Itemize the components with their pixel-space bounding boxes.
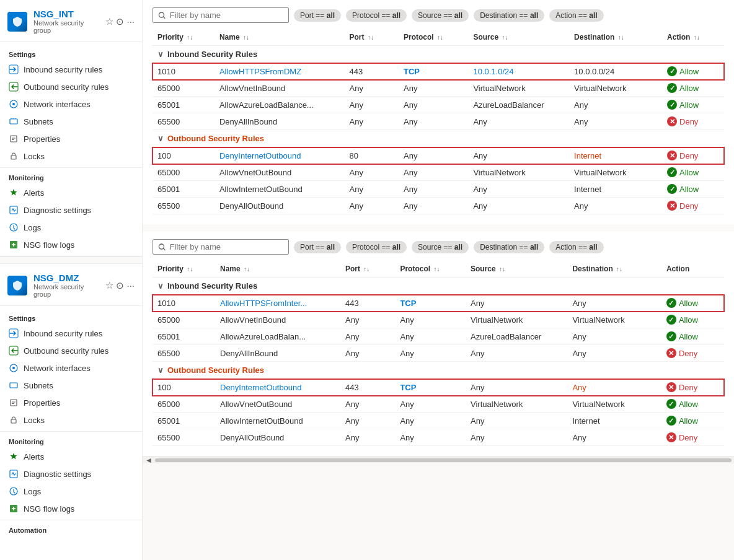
rule-name-cell[interactable]: AllowVnetOutBound <box>214 164 345 181</box>
nsg2-more-icon[interactable]: ··· <box>126 280 135 291</box>
nsg1-more-icon[interactable]: ··· <box>126 16 135 27</box>
rule-name-cell[interactable]: DenyInternetOutbound <box>215 379 340 396</box>
nsg1-nav-outbound[interactable]: Outbound security rules <box>0 78 142 95</box>
table-row[interactable]: 65500 DenyAllInBound Any Any Any Any ✕De… <box>153 345 724 362</box>
nsg1-chip-protocol[interactable]: Protocol == all <box>346 9 407 22</box>
nsg2-star-icon[interactable]: ☆ <box>105 280 113 291</box>
nsg2-th-destination: Destination ↑↓ <box>567 261 661 278</box>
nsg2-nav-nsgflow[interactable]: NSG flow logs <box>0 500 142 517</box>
nsg2-filter-input-field[interactable] <box>170 242 283 252</box>
nsg2-settings-section: Settings Inbound security rules Outbound… <box>0 308 142 432</box>
subnets-icon <box>9 116 19 126</box>
rule-action: ✕Deny <box>661 379 724 396</box>
nsg1-nav-inbound[interactable]: Inbound security rules <box>0 61 142 78</box>
table-row[interactable]: 65001 AllowInternetOutBound Any Any Any … <box>153 181 724 198</box>
nsg1-chip-destination[interactable]: Destination == all <box>474 9 544 22</box>
rule-name-link[interactable]: AllowHTTPSFromInter... <box>220 299 307 308</box>
nsg2-chip-action[interactable]: Action == all <box>549 241 603 253</box>
nsg2-chip-source[interactable]: Source == all <box>412 241 469 253</box>
nsg2-nav-inbound[interactable]: Inbound security rules <box>0 325 142 342</box>
rule-name-cell[interactable]: AllowHTTPSFromInter... <box>215 295 340 312</box>
nsg2-nav-interfaces[interactable]: Network interfaces <box>0 359 142 377</box>
nsg2-nav-alerts[interactable]: Alerts <box>0 448 142 465</box>
rule-name-cell[interactable]: AllowHTTPSFromDMZ <box>214 63 345 80</box>
table-row[interactable]: 1010 AllowHTTPSFromInter... 443 TCP Any … <box>153 295 724 312</box>
nsg2-icon <box>7 276 27 295</box>
table-row[interactable]: 1010 AllowHTTPSFromDMZ 443 TCP 10.0.1.0/… <box>153 63 724 80</box>
nsg1-nav-nsgflow[interactable]: NSG flow logs <box>0 236 142 253</box>
table-row[interactable]: 100 DenyInternetOutbound 443 TCP Any Any… <box>153 379 724 396</box>
rule-name-cell[interactable]: DenyInternetOutbound <box>214 147 345 164</box>
nsg1-chip-port[interactable]: Port == all <box>294 9 341 22</box>
inbound-section-header[interactable]: ∨Inbound Security Rules <box>153 278 724 295</box>
rule-name-cell[interactable]: AllowInternetOutBound <box>214 181 345 198</box>
rule-name-cell[interactable]: AllowInternetOutBound <box>215 413 340 429</box>
rule-destination: Any <box>569 113 662 130</box>
horizontal-scrollbar[interactable]: ◄ <box>143 456 734 463</box>
rule-name-cell[interactable]: DenyAllInBound <box>215 345 340 362</box>
nsg2-monitoring-section: Monitoring Alerts Diagnostic settings Lo… <box>0 432 142 520</box>
rule-name-cell[interactable]: DenyAllOutBound <box>214 198 345 214</box>
nsg2-nav-subnets[interactable]: Subnets <box>0 377 142 394</box>
table-row[interactable]: 65001 AllowAzureLoadBalance... Any Any A… <box>153 97 724 113</box>
rule-source: Any <box>466 413 567 429</box>
table-row[interactable]: 65000 AllowVnetInBound Any Any VirtualNe… <box>153 312 724 328</box>
rule-name-link[interactable]: DenyInternetOutbound <box>220 383 302 392</box>
nsg1-nav-interfaces[interactable]: Network interfaces <box>0 95 142 113</box>
nsg1-pin-icon[interactable]: ⊙ <box>116 16 124 27</box>
nsg2-th-source: Source ↑↓ <box>466 261 567 278</box>
rule-port: Any <box>345 181 399 198</box>
nsg1-nav-alerts[interactable]: Alerts <box>0 184 142 201</box>
nsg1-nav-logs[interactable]: Logs <box>0 219 142 236</box>
nsg2-chip-protocol[interactable]: Protocol == all <box>346 241 407 253</box>
rule-name-cell[interactable]: AllowVnetOutBound <box>215 396 340 413</box>
nsg1-chip-source[interactable]: Source == all <box>412 9 469 22</box>
table-row[interactable]: 100 DenyInternetOutbound 80 Any Any Inte… <box>153 147 724 164</box>
scrollbar-track[interactable] <box>155 458 732 462</box>
rule-name-cell[interactable]: AllowVnetInBound <box>214 80 345 97</box>
nsg1-filter-input[interactable] <box>153 7 289 23</box>
rule-source: VirtualNetwork <box>466 312 567 328</box>
table-row[interactable]: 65001 AllowAzureLoadBalan... Any Any Azu… <box>153 328 724 345</box>
rule-name-cell[interactable]: AllowAzureLoadBalance... <box>214 97 345 113</box>
nsg2-nav-outbound[interactable]: Outbound security rules <box>0 342 142 359</box>
nsg1-chip-action[interactable]: Action == all <box>549 9 603 22</box>
table-row[interactable]: 65500 DenyAllInBound Any Any Any Any ✕De… <box>153 113 724 130</box>
nsg1-nav-locks[interactable]: Locks <box>0 147 142 165</box>
nsg2-nav-properties[interactable]: Properties <box>0 394 142 411</box>
nsg2-nav-subnets-label: Subnets <box>24 381 53 390</box>
nsg1-star-icon[interactable]: ☆ <box>105 16 113 27</box>
nsg1-panel: Port == all Protocol == all Source == al… <box>143 0 734 224</box>
rule-name-cell[interactable]: AllowVnetInBound <box>215 312 340 328</box>
nsg1-filter-input-field[interactable] <box>170 11 283 20</box>
inbound-section-header[interactable]: ∨Inbound Security Rules <box>153 46 724 63</box>
nsg1-name[interactable]: NSG_INT <box>33 9 99 19</box>
outbound-section-header[interactable]: ∨Outbound Security Rules <box>153 130 724 147</box>
nsg1-nav-properties[interactable]: Properties <box>0 130 142 147</box>
nsg1-nav-subnets[interactable]: Subnets <box>0 113 142 130</box>
rule-name-cell[interactable]: AllowAzureLoadBalan... <box>215 328 340 345</box>
nsg2-nav-logs[interactable]: Logs <box>0 483 142 500</box>
nsg2-nav-diag[interactable]: Diagnostic settings <box>0 465 142 483</box>
rule-name-link[interactable]: AllowHTTPSFromDMZ <box>219 67 301 76</box>
table-row[interactable]: 65500 DenyAllOutBound Any Any Any Any ✕D… <box>153 198 724 214</box>
nsg2-name[interactable]: NSG_DMZ <box>33 273 99 283</box>
rule-priority: 65000 <box>153 80 214 97</box>
nsg2-pin-icon[interactable]: ⊙ <box>116 280 124 291</box>
table-row[interactable]: 65000 AllowVnetOutBound Any Any VirtualN… <box>153 164 724 181</box>
outbound-section-header[interactable]: ∨Outbound Security Rules <box>153 362 724 379</box>
nsg2-filter-input[interactable] <box>153 239 289 255</box>
table-row[interactable]: 65500 DenyAllOutBound Any Any Any Any ✕D… <box>153 429 724 446</box>
nsg1-nav-diag[interactable]: Diagnostic settings <box>0 201 142 219</box>
nsg2-chip-port[interactable]: Port == all <box>294 241 341 253</box>
scroll-left-arrow[interactable]: ◄ <box>145 456 153 465</box>
nsg2-nav-locks[interactable]: Locks <box>0 411 142 429</box>
table-row[interactable]: 65000 AllowVnetInBound Any Any VirtualNe… <box>153 80 724 97</box>
table-row[interactable]: 65001 AllowInternetOutBound Any Any Any … <box>153 413 724 429</box>
nsg2-chip-destination[interactable]: Destination == all <box>474 241 544 253</box>
rule-name-link[interactable]: DenyInternetOutbound <box>219 151 301 160</box>
rule-name-cell[interactable]: DenyAllOutBound <box>215 429 340 446</box>
table-row[interactable]: 65000 AllowVnetOutBound Any Any VirtualN… <box>153 396 724 413</box>
rule-protocol: Any <box>395 429 466 446</box>
rule-name-cell[interactable]: DenyAllInBound <box>214 113 345 130</box>
